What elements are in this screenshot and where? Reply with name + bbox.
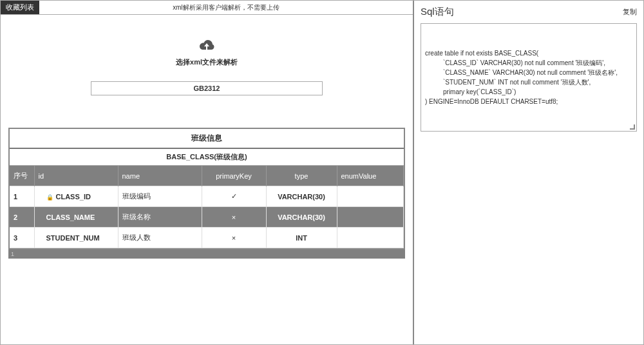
- cell-name: 班级名称: [118, 207, 202, 228]
- col-idx-header[interactable]: 序号: [10, 166, 34, 186]
- sql-line: create table if not exists BASE_CLASS(: [425, 48, 632, 58]
- cell-pk: ×: [202, 228, 266, 248]
- col-enum-header[interactable]: enumValue: [337, 166, 404, 186]
- cell-enum: [337, 228, 404, 248]
- cell-id: CLASS_NAME: [34, 207, 118, 228]
- cell-idx: 2: [10, 207, 34, 228]
- table-row[interactable]: 2CLASS_NAME班级名称×VARCHAR(30): [10, 207, 404, 228]
- cell-type: INT: [266, 228, 337, 248]
- upload-label: 选择xml文件来解析: [91, 57, 323, 67]
- cell-id: STUDENT_NUM: [34, 228, 118, 248]
- sql-header: Sql语句 复制: [421, 5, 637, 19]
- sql-title: Sql语句: [421, 6, 454, 18]
- cell-enum: [337, 186, 404, 207]
- col-id-header[interactable]: id: [34, 166, 118, 186]
- col-type-header[interactable]: type: [266, 166, 337, 186]
- upload-area[interactable]: 选择xml文件来解析: [91, 26, 323, 74]
- footer-bar: 1: [8, 250, 405, 259]
- sql-line: `CLASS_NAME` VARCHAR(30) not null commen…: [425, 68, 632, 77]
- cell-pk: ×: [202, 207, 266, 228]
- favorites-button[interactable]: 收藏列表: [1, 1, 39, 14]
- sql-line: `STUDENT_NUM` INT not null comment '班级人数…: [425, 77, 632, 87]
- notice-text: xml解析采用客户端解析，不需要上传: [39, 1, 413, 14]
- cell-type: VARCHAR(30): [266, 186, 337, 207]
- sql-panel: Sql语句 复制 create table if not exists BASE…: [413, 1, 643, 344]
- cell-name: 班级编码: [118, 186, 202, 207]
- col-pk-header[interactable]: primaryKey: [202, 166, 266, 186]
- app-root: 收藏列表 xml解析采用客户端解析，不需要上传 选择xml文件来解析 GB231…: [0, 0, 644, 345]
- sql-textarea[interactable]: create table if not exists BASE_CLASS(`C…: [421, 23, 637, 132]
- cell-idx: 1: [10, 186, 34, 207]
- copy-button[interactable]: 复制: [623, 7, 637, 17]
- sql-line: ) ENGINE=InnoDB DEFAULT CHARSET=utf8;: [425, 97, 632, 106]
- left-panel: 收藏列表 xml解析采用客户端解析，不需要上传 选择xml文件来解析 GB231…: [1, 1, 413, 344]
- encoding-select[interactable]: GB2312: [91, 81, 323, 95]
- cloud-upload-icon: [197, 38, 216, 55]
- cell-type: VARCHAR(30): [266, 207, 337, 228]
- sql-line: primary key(`CLASS_ID`): [425, 87, 632, 97]
- topbar: 收藏列表 xml解析采用客户端解析，不需要上传: [1, 1, 413, 15]
- cell-name: 班级人数: [118, 228, 202, 248]
- lock-icon: 🔒: [46, 194, 53, 201]
- cell-pk: ✓: [202, 186, 266, 207]
- fields-table: 序号 id name primaryKey type enumValue 1🔒C…: [10, 166, 404, 248]
- resize-handle-icon[interactable]: [629, 123, 635, 130]
- table-row[interactable]: 3STUDENT_NUM班级人数×INT: [10, 228, 404, 248]
- table-row[interactable]: 1🔒CLASS_ID班级编码✓VARCHAR(30): [10, 186, 404, 207]
- cell-idx: 3: [10, 228, 34, 248]
- table-block: 班级信息 BASE_CLASS(班级信息) 序号 id name primary…: [8, 128, 405, 250]
- cell-id: 🔒CLASS_ID: [34, 186, 118, 207]
- table-header-row: 序号 id name primaryKey type enumValue: [10, 166, 404, 186]
- table-name: BASE_CLASS(班级信息): [10, 149, 404, 166]
- col-name-header[interactable]: name: [118, 166, 202, 186]
- sql-line: `CLASS_ID` VARCHAR(30) not null comment …: [425, 58, 632, 68]
- table-title: 班级信息: [10, 129, 404, 149]
- cell-enum: [337, 207, 404, 228]
